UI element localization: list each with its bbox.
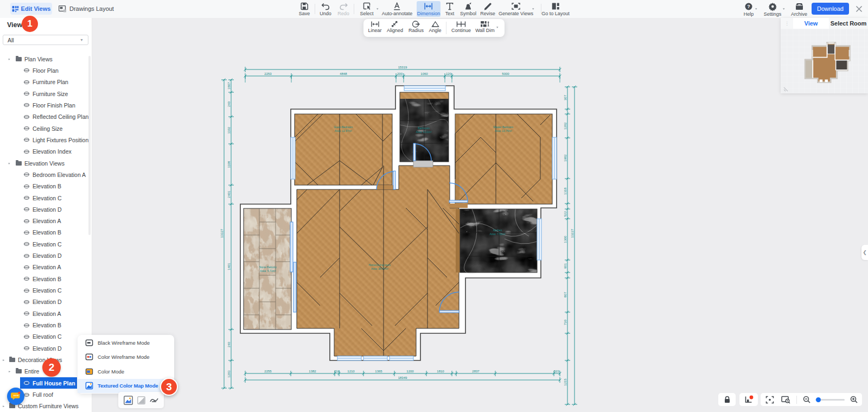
svg-text:Master Bedroom: Master Bedroom: [494, 125, 514, 129]
svg-text:4848: 4848: [340, 72, 347, 75]
svg-text:1807: 1807: [227, 82, 231, 90]
svg-text:Stone Balcony: Stone Balcony: [259, 265, 277, 269]
svg-text:240: 240: [227, 341, 231, 347]
svg-text:2253: 2253: [264, 72, 272, 75]
svg-text:?: ?: [747, 4, 750, 9]
svg-text:240: 240: [227, 101, 231, 107]
svg-text:601: 601: [564, 263, 567, 269]
svg-text:1200: 1200: [406, 370, 414, 373]
svg-text:Area: 12.97m²: Area: 12.97m²: [335, 129, 352, 132]
svg-text:13327: 13327: [220, 229, 224, 238]
svg-text:Area: 13.76m²: Area: 13.76m²: [495, 129, 512, 132]
svg-text:1102: 1102: [227, 126, 231, 134]
svg-text:13227: 13227: [571, 229, 574, 238]
svg-text:1401: 1401: [227, 263, 231, 270]
svg-text:1382: 1382: [309, 370, 316, 373]
svg-text:307: 307: [564, 94, 567, 100]
svg-text:Home/Living room: Home/Living room: [369, 263, 391, 267]
svg-text:210: 210: [334, 370, 340, 373]
svg-text:120: 120: [446, 72, 452, 75]
svg-text:2401: 2401: [227, 191, 231, 198]
svg-text:18349: 18349: [398, 376, 407, 379]
svg-text:522: 522: [564, 211, 567, 217]
svg-text:730: 730: [564, 319, 567, 325]
svg-text:Kitchen: Kitchen: [493, 229, 502, 232]
svg-text:1060: 1060: [420, 72, 428, 75]
svg-text:1210: 1210: [347, 370, 355, 373]
svg-text:Guest Bedroom: Guest Bedroom: [334, 125, 353, 129]
svg-text:Area: 38.57m²: Area: 38.57m²: [371, 267, 388, 270]
svg-text:2837: 2837: [472, 370, 480, 373]
svg-text:1810: 1810: [437, 370, 444, 373]
svg-text:522: 522: [554, 370, 560, 373]
svg-text:1202: 1202: [564, 122, 567, 130]
svg-text:5000: 5000: [502, 72, 509, 75]
svg-text:2255: 2255: [264, 370, 272, 373]
svg-text:Bathroom: Bathroom: [418, 126, 430, 130]
svg-text:1300: 1300: [564, 236, 567, 243]
svg-text:Area: 7.52m²: Area: 7.52m²: [490, 232, 506, 236]
svg-text:1215: 1215: [564, 378, 567, 386]
svg-text:1902: 1902: [564, 154, 567, 162]
svg-text:1108: 1108: [227, 161, 231, 168]
svg-text:1203: 1203: [227, 370, 231, 378]
svg-text:1365: 1365: [375, 370, 382, 373]
svg-text:807: 807: [564, 291, 567, 297]
svg-text:Area: 5.71m²: Area: 5.71m²: [260, 269, 276, 272]
svg-text:200: 200: [397, 72, 403, 75]
svg-text:Area: 6.21m²: Area: 6.21m²: [416, 130, 432, 134]
svg-text:15319: 15319: [398, 66, 407, 69]
svg-text:1318: 1318: [564, 187, 567, 195]
